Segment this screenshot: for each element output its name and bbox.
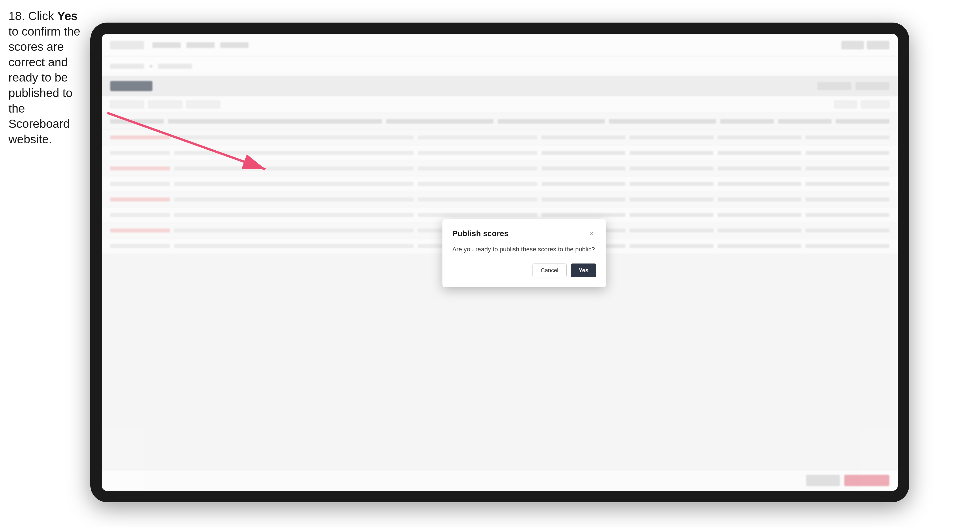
instruction-text: 18. Click Yes to confirm the scores are … [8,8,88,147]
publish-scores-dialog: Publish scores × Are you ready to publis… [442,219,606,287]
tablet-device: Publish scores × Are you ready to publis… [90,22,909,502]
cancel-button[interactable]: Cancel [533,264,566,277]
yes-button[interactable]: Yes [571,264,596,277]
bold-yes: Yes [57,9,78,22]
step-number: 18. [8,9,25,22]
dialog-body: Are you ready to publish these scores to… [452,245,596,254]
dialog-title: Publish scores [452,229,509,238]
dialog-footer: Cancel Yes [452,264,596,277]
dialog-header: Publish scores × [452,229,596,238]
tablet-screen: Publish scores × Are you ready to publis… [102,34,898,491]
dialog-close-button[interactable]: × [587,229,596,238]
